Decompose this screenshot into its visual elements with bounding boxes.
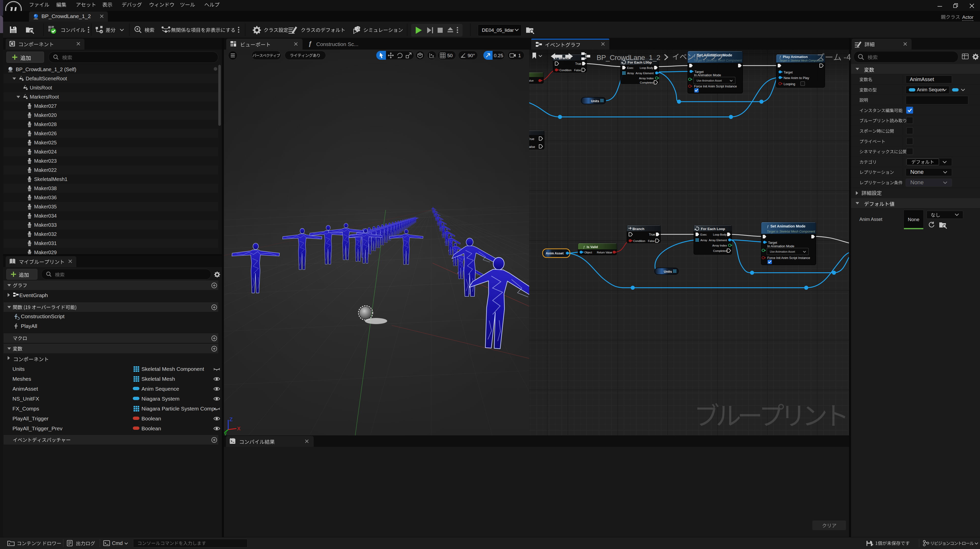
svg-text:Loop Body: Loop Body: [713, 233, 727, 236]
svg-text:Array Index: Array Index: [712, 244, 727, 247]
svg-text:Completed: Completed: [713, 249, 727, 252]
svg-text:Array Element: Array Element: [709, 239, 727, 242]
svg-text:False: False: [574, 68, 581, 72]
svg-text:False: False: [648, 240, 655, 243]
svg-text:Use Animation Asset: Use Animation Asset: [697, 79, 722, 82]
svg-text:False: False: [529, 145, 535, 149]
svg-text:Looping: Looping: [784, 82, 795, 86]
svg-text:True: True: [575, 62, 582, 65]
svg-text:True: True: [649, 233, 655, 236]
svg-text:X: X: [237, 426, 240, 431]
svg-text:Loop Body: Loop Body: [640, 66, 654, 70]
svg-text:Use Animation Asset: Use Animation Asset: [770, 250, 795, 253]
svg-text:Array Element: Array Element: [636, 72, 654, 75]
svg-text:Return Value: Return Value: [597, 251, 612, 254]
svg-text:Play Animation: Play Animation: [783, 55, 808, 59]
svg-text:Array Index: Array Index: [639, 77, 654, 80]
svg-text:ƒ: ƒ: [767, 224, 769, 228]
svg-text:Exec: Exec: [700, 233, 707, 236]
svg-text:Anim Asset: Anim Asset: [546, 251, 564, 255]
svg-text:Condition: Condition: [560, 68, 571, 72]
svg-text:Units: Units: [591, 99, 599, 103]
svg-text:In Animation Mode: In Animation Mode: [694, 73, 721, 77]
svg-text:Target: Target: [784, 70, 793, 74]
svg-text:ƒ: ƒ: [779, 55, 781, 59]
svg-text:ƒ: ƒ: [583, 245, 585, 249]
svg-text:Is Valid: Is Valid: [587, 245, 598, 249]
svg-text:New Anim to Play: New Anim to Play: [784, 76, 809, 80]
svg-text:Condition: Condition: [633, 240, 645, 243]
svg-text:Set Animation Mode: Set Animation Mode: [770, 224, 805, 228]
svg-text:rn Value: rn Value: [529, 79, 533, 82]
svg-text:Z: Z: [229, 417, 232, 422]
svg-text:Units: Units: [664, 270, 672, 273]
svg-text:Y: Y: [224, 432, 227, 435]
svg-text:Array: Array: [627, 72, 634, 75]
svg-text:Object: Object: [584, 251, 592, 254]
svg-text:Array: Array: [700, 239, 707, 242]
svg-text:Exec: Exec: [627, 66, 633, 70]
svg-text:Branch: Branch: [632, 227, 644, 231]
svg-text:Completed: Completed: [640, 81, 654, 84]
svg-text:In Animation Mode: In Animation Mode: [767, 244, 794, 248]
svg-text:Target is Skeletal Mesh Compon: Target is Skeletal Mesh Component: [767, 230, 815, 233]
svg-text:Force Init Anim Script Instanc: Force Init Anim Script Instance: [694, 85, 737, 88]
svg-text:True: True: [529, 137, 534, 141]
svg-text:Force Init Anim Script Instanc: Force Init Anim Script Instance: [767, 256, 810, 260]
svg-text:Target: Target: [768, 241, 777, 244]
svg-text:For Each Loop: For Each Loop: [701, 227, 725, 231]
